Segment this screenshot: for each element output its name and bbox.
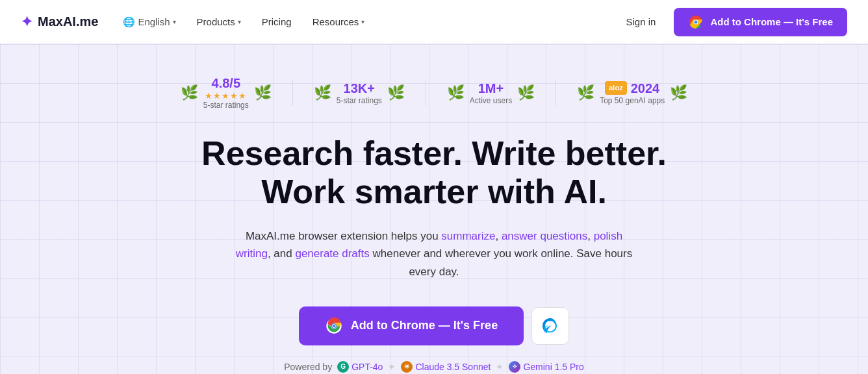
add-chrome-nav-label: Add to Chrome — It's Free (710, 16, 833, 27)
laurel-right-icon: 🌿 (670, 86, 687, 100)
chevron-down-icon: ▾ (173, 18, 176, 25)
resources-label: Resources (313, 16, 359, 27)
powered-by-row: Powered by G GPT-4o ✦ ✳ Claude 3.5 Sonne… (284, 361, 584, 373)
products-label: Products (197, 16, 235, 27)
language-selector[interactable]: 🌐 English ▾ (114, 11, 185, 33)
navbar: ✦ MaxAI.me 🌐 English ▾ Products ▾ Pricin… (0, 0, 868, 44)
gemini-label: Gemini 1.5 Pro (523, 362, 583, 372)
language-label: English (138, 16, 170, 27)
pricing-link[interactable]: Pricing (253, 11, 301, 32)
headline-line2: Work smarter with AI. (261, 173, 607, 210)
logo-icon: ✦ (21, 14, 32, 31)
logo[interactable]: ✦ MaxAI.me (21, 14, 98, 31)
headline-line1: Research faster. Write better. (201, 134, 667, 172)
cta-row: Add to Chrome — It's Free (299, 306, 569, 345)
stat-label-award: Top 50 genAI apps (600, 96, 665, 106)
stat-info-users: 1M+ Active users (470, 81, 512, 106)
stat-label-rating: 5-star ratings (203, 101, 249, 111)
hero-subtext: MaxAI.me browser extension helps you sum… (233, 227, 635, 280)
svg-point-6 (333, 324, 336, 327)
gpt4o-label: GPT-4o (351, 362, 383, 372)
chevron-down-icon: ▾ (238, 18, 241, 25)
stat-divider-3 (555, 80, 556, 106)
resources-menu[interactable]: Resources ▾ (303, 11, 374, 32)
stat-info-rating: 4.8/5 ★★★★★ 5-star ratings (203, 75, 249, 111)
hero-content: 🌿 4.8/5 ★★★★★ 5-star ratings 🌿 🌿 13K+ 5-… (21, 75, 847, 373)
stat-label-users: Active users (470, 96, 512, 106)
stat-stars: ★★★★★ (205, 91, 247, 101)
pricing-label: Pricing (262, 16, 292, 27)
laurel-left-icon: 🌿 (181, 86, 198, 100)
logo-text: MaxAI.me (38, 14, 98, 29)
stat-number-award: 2024 (631, 81, 660, 96)
hero-section: 🌿 4.8/5 ★★★★★ 5-star ratings 🌿 🌿 13K+ 5-… (0, 44, 868, 374)
stats-row: 🌿 4.8/5 ★★★★★ 5-star ratings 🌿 🌿 13K+ 5-… (181, 75, 688, 111)
laurel-left-icon: 🌿 (577, 86, 594, 100)
add-to-chrome-button-hero[interactable]: Add to Chrome — It's Free (299, 306, 524, 345)
stat-info-reviews: 13K+ 5-star ratings (337, 81, 382, 106)
claude-icon: ✳ (401, 361, 413, 373)
products-menu[interactable]: Products ▾ (188, 11, 250, 32)
chrome-icon (688, 14, 704, 30)
laurel-right-icon: 🌿 (254, 86, 272, 100)
claude-label: Claude 3.5 Sonnet (415, 362, 491, 372)
svg-point-2 (695, 20, 698, 23)
gemini-icon: ✧ (509, 361, 520, 373)
chevron-down-icon: ▾ (361, 18, 364, 25)
laurel-left-icon: 🌿 (447, 86, 465, 100)
award-badge: aloz (605, 81, 626, 95)
gpt4o-item: G GPT-4o (337, 361, 383, 373)
hero-headline: Research faster. Write better. Work smar… (201, 134, 667, 212)
gemini-item: ✧ Gemini 1.5 Pro (509, 361, 583, 373)
stat-divider-2 (426, 80, 426, 106)
stat-divider-1 (292, 80, 293, 106)
laurel-right-icon: 🌿 (387, 86, 405, 100)
powered-by-label: Powered by (284, 362, 332, 372)
stat-reviews: 🌿 13K+ 5-star ratings 🌿 (314, 81, 405, 106)
edge-icon (540, 316, 561, 336)
stat-award: 🌿 aloz 2024 Top 50 genAI apps 🌿 (577, 81, 687, 106)
stat-label-reviews: 5-star ratings (337, 96, 382, 106)
globe-icon: 🌐 (123, 16, 135, 28)
chrome-icon-hero (325, 317, 343, 335)
stat-number-reviews: 13K+ (344, 81, 375, 96)
laurel-right-icon: 🌿 (517, 86, 535, 100)
stat-info-award: aloz 2024 Top 50 genAI apps (600, 81, 665, 106)
sign-in-button[interactable]: Sign in (619, 11, 664, 32)
stat-number-rating: 4.8/5 (212, 75, 240, 91)
edge-browser-button[interactable] (531, 307, 569, 345)
stat-users: 🌿 1M+ Active users 🌿 (447, 81, 535, 106)
nav-right: Sign in Add to Chrome — It's Free (619, 8, 847, 36)
stat-rating: 🌿 4.8/5 ★★★★★ 5-star ratings 🌿 (181, 75, 272, 111)
laurel-left-icon: 🌿 (314, 86, 331, 100)
add-chrome-hero-label: Add to Chrome — It's Free (351, 319, 498, 332)
stat-number-users: 1M+ (478, 81, 504, 96)
nav-items: 🌐 English ▾ Products ▾ Pricing Resources… (114, 11, 618, 33)
add-to-chrome-button-nav[interactable]: Add to Chrome — It's Free (674, 8, 847, 36)
gpt-icon: G (337, 361, 349, 373)
claude-item: ✳ Claude 3.5 Sonnet (401, 361, 491, 373)
